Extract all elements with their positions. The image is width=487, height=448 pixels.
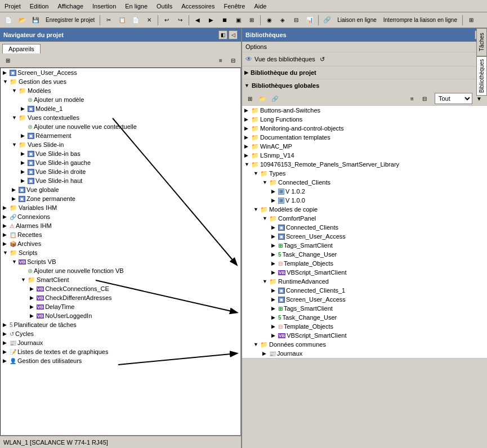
tree-item[interactable]: ▶ VB CheckConnections_CE <box>1 284 240 293</box>
lib-btn5[interactable]: ⊟ <box>419 93 430 104</box>
tab-appareils[interactable]: Appareils <box>2 44 41 53</box>
tree-item[interactable]: ▼ 📁 Types <box>242 169 487 178</box>
tree-item[interactable]: ▼ 📁 Gestion des vues <box>1 77 240 86</box>
menu-edition[interactable]: Edition <box>25 2 53 11</box>
tree-item[interactable]: ⊕ Ajouter un modèle <box>1 95 240 104</box>
tree-item[interactable]: ▼ VB Scripts VB <box>1 257 240 266</box>
interrompre-liaison-btn[interactable]: Interrompre la liaison en ligne <box>381 14 460 26</box>
tree-item[interactable]: ▼ 📁 SmartClient <box>1 275 240 284</box>
b4[interactable]: ▣ <box>232 14 244 26</box>
tree-item[interactable]: ▼ 📁 RuntimeAdvanced <box>242 277 487 286</box>
project-tree[interactable]: ▶ ▣ Screen_User_Access▼ 📁 Gestion des vu… <box>0 68 241 436</box>
b8[interactable]: ⊟ <box>290 14 302 26</box>
tree-item[interactable]: ▶ 📁 LSnmp_V14 <box>242 151 487 160</box>
vue-refresh-icon[interactable]: ↺ <box>320 56 325 63</box>
b5[interactable]: ⊞ <box>245 14 258 26</box>
tree-item[interactable]: ▶ ▣ Vue Slide-in bas <box>1 149 240 158</box>
tree-item[interactable]: ▶ ▣ Zone permanente <box>1 194 240 203</box>
redo-btn[interactable]: ↪ <box>174 14 186 26</box>
menu-affichage[interactable]: Affichage <box>53 2 88 11</box>
tree-item[interactable]: ▶ ▣ Connected_Clients <box>242 223 487 232</box>
tree-item[interactable]: ▶ 5 Task_Change_User <box>242 250 487 259</box>
cut-btn[interactable]: ✂ <box>102 14 115 26</box>
tree-item[interactable]: ▶ 📋 Recettes <box>1 230 240 239</box>
lib-tree[interactable]: ▶ 📁 Buttons-and-Switches▶ 📁 Long Functio… <box>242 106 487 358</box>
delete-btn[interactable]: ✕ <box>143 14 155 26</box>
tree-item[interactable]: ▶ 5 Planificateur de tâches <box>1 320 240 329</box>
tree-item[interactable]: ▶ ▣ Vue Slide-in haut <box>1 176 240 185</box>
tree-item[interactable]: ▶ 📰 Journaux <box>242 349 487 358</box>
menu-aide[interactable]: Aide <box>249 2 271 11</box>
lib-btn3[interactable]: 🔗 <box>269 93 280 104</box>
b2[interactable]: ▶ <box>205 14 217 26</box>
b3[interactable]: ⏹ <box>218 14 231 26</box>
tree-item[interactable]: ▶ ▣ Screen_User_Access <box>242 295 487 304</box>
lib-section-projet-header[interactable]: ▶ Bibliothèque du projet <box>242 66 487 79</box>
menu-accessoires[interactable]: Accessoires <box>177 2 219 11</box>
undo-btn[interactable]: ↩ <box>160 14 173 26</box>
tree-item[interactable]: ▶ ⊟ Template_Objects <box>242 322 487 331</box>
menu-fenetre[interactable]: Fenêtre <box>219 2 249 11</box>
vue-des-lib-label[interactable]: Vue des bibliothèques <box>254 56 315 62</box>
panel-close-btn[interactable]: ◁ <box>229 30 238 39</box>
extra-btn[interactable]: ⊞ <box>465 14 477 26</box>
menu-outils[interactable]: Outils <box>152 2 177 11</box>
tree-item[interactable]: ▼ 📁 Modèles de copie <box>242 205 487 214</box>
tree-item[interactable]: ▶ VB CheckDifferentAdresses <box>1 293 240 302</box>
tree-item[interactable]: ▶ 📁 Buttons-and-Switches <box>242 106 487 115</box>
tree-item[interactable]: ▼ 📁 ComfortPanel <box>242 214 487 223</box>
tree-item[interactable]: ▼ 📁 Connected_Clients <box>242 178 487 187</box>
tree-item[interactable]: ▶ ▣ Screen_User_Access <box>242 232 487 241</box>
tree-item[interactable]: ▼ 📁 Vues contextuelles <box>1 113 240 122</box>
tree-item[interactable]: ▶ 📰 Journaux <box>1 338 240 347</box>
b7[interactable]: ◈ <box>276 14 289 26</box>
lib-btn1[interactable]: ⊞ <box>244 93 256 104</box>
tree-item[interactable]: ▶ ▣ Modèle_1 <box>1 104 240 113</box>
new-btn[interactable]: 📄 <box>2 14 15 26</box>
enregistrer-projet-btn[interactable]: Enregistrer le projet <box>43 14 97 26</box>
options-bar[interactable]: Options <box>242 42 487 52</box>
copy-btn[interactable]: 📋 <box>116 14 128 26</box>
tree-item[interactable]: ▶ ⊟ Template_Objects <box>242 259 487 268</box>
paste-btn[interactable]: 📄 <box>129 14 142 26</box>
tree-item[interactable]: ▶ VB VBScript_SmartClient <box>242 268 487 277</box>
tree-item[interactable]: ▶ ▣ Screen_User_Access <box>1 68 240 77</box>
tree-item[interactable]: ▶ VB NoUserLoggedIn <box>1 311 240 320</box>
tree-item[interactable]: ⊕ Ajouter une nouvelle vue contextuelle <box>1 122 240 131</box>
tree-item[interactable]: ▶ 📝 Listes de textes et de graphiques <box>1 347 240 356</box>
tree-item[interactable]: ▶ VB DelayTime <box>1 302 240 311</box>
tree-item[interactable]: ▶ ▣ Vue Slide-in droite <box>1 167 240 176</box>
liaison-en-ligne-btn[interactable]: Liaison en ligne <box>334 14 379 26</box>
tree-item[interactable]: ▶ 📁 WinAC_MP <box>242 142 487 151</box>
tree-item[interactable]: ▶ 5 Task_Change_User <box>242 313 487 322</box>
b6[interactable]: ◉ <box>263 14 275 26</box>
tree-item[interactable]: ▶ ▣ Vue globale <box>1 185 240 194</box>
tree-item[interactable]: ▼ 📁 Données communes <box>242 340 487 349</box>
tree-item[interactable]: ▼ 📁 Modèles <box>1 86 240 95</box>
lib-btn4[interactable]: ≡ <box>406 93 418 104</box>
panel-detach-btn[interactable]: ◧ <box>218 30 227 39</box>
tree-item[interactable]: ▶ 👤 Gestion des utilisateurs <box>1 356 240 365</box>
tree-item[interactable]: ⊕ Ajouter une nouvelle fonction VB <box>1 266 240 275</box>
tree-item[interactable]: ▶ VB VBScript_SmartClient <box>242 331 487 340</box>
tree-item[interactable]: ▶ ⊞ V 1.0.0 <box>242 196 487 205</box>
side-tab-bibliotheques[interactable]: Bibliothèques <box>476 56 487 96</box>
tree-item[interactable]: ▶ ⊞ Tags_SmartClient <box>242 304 487 313</box>
tree-item[interactable]: ▶ ↺ Cycles <box>1 329 240 338</box>
tree-item[interactable]: ▶ 📁 Long Functions <box>242 115 487 124</box>
tree-item[interactable]: ▶ ▣ Vue Slide-in gauche <box>1 158 240 167</box>
tree-item[interactable]: ▶ 📁 Variables IHM <box>1 203 240 212</box>
lib-section-globales-header[interactable]: ▼ Bibliothèques globales <box>242 79 487 92</box>
lib-filter-select[interactable]: Tout Boutons <box>435 93 472 104</box>
lib-btn2[interactable]: 📁 <box>257 93 268 104</box>
tree-item[interactable]: ▶ ⊞ Tags_SmartClient <box>242 241 487 250</box>
b1[interactable]: ◀ <box>191 14 204 26</box>
save-btn[interactable]: 💾 <box>29 14 42 26</box>
tree-item[interactable]: ▼ 📁 Scripts <box>1 248 240 257</box>
menu-insertion[interactable]: Insertion <box>88 2 120 11</box>
tree-item[interactable]: ▼ 📁 109476153_Remote_Panels_SmartServer_… <box>242 160 487 169</box>
tree-item[interactable]: ▶ 📁 Documentation templates <box>242 133 487 142</box>
tree-item[interactable]: ▶ ▣ Connected_Clients_1 <box>242 286 487 295</box>
tree-item[interactable]: ▶ ⊞ V 1.0.2 <box>242 187 487 196</box>
tree-btn2[interactable]: ≡ <box>215 55 226 66</box>
